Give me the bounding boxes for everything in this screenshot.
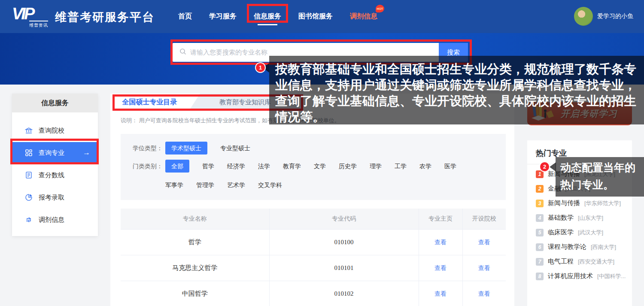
filter-chip-经济学[interactable]: 经济学	[227, 160, 245, 173]
filter-label: 学位类型：	[133, 142, 165, 155]
filter-chip-农学[interactable]: 农学	[419, 160, 431, 173]
rank-badge: 2	[536, 185, 544, 193]
view-link[interactable]: 查看	[434, 239, 447, 245]
sidebar-item-label: 查询院校	[39, 127, 64, 135]
filter-chip-理学[interactable]: 理学	[370, 160, 382, 173]
hot-major-item[interactable]: 5临床医学[武汉大学]	[536, 228, 632, 236]
filter-chip-军事学[interactable]: 军事学	[165, 179, 183, 191]
nav-menu: 首页学习服务信息服务图书馆服务调剂信息HOT	[178, 0, 377, 33]
filter-chip-学术型硕士[interactable]: 学术型硕士	[165, 142, 207, 155]
hot-major-item[interactable]: 4基础数学[山东大学]	[536, 214, 632, 222]
filter-chip-管理学[interactable]: 管理学	[196, 179, 214, 191]
filter-chip-文学[interactable]: 文学	[314, 160, 326, 173]
nav-item-图书馆服务[interactable]: 图书馆服务	[298, 12, 333, 21]
note-label: 说明：	[121, 117, 137, 124]
hot-major-item[interactable]: 8计算机应用技术[中国科学...	[536, 272, 632, 280]
sidebar-title: 信息服务	[12, 94, 98, 112]
hot-major-school: [西南大学]	[591, 243, 616, 251]
site-title: 维普考研服务平台	[55, 9, 155, 25]
column-header: 专业名称	[121, 209, 269, 229]
hot-flame-icon: HOT	[376, 5, 384, 12]
user-account[interactable]: 爱学习的小鱼	[574, 7, 633, 26]
arrow-right-icon: →	[83, 148, 90, 157]
hot-major-school: [武汉大学]	[578, 229, 603, 236]
table-head: 专业名称专业代码专业主页开设院校	[121, 209, 506, 229]
hot-major-name: 新闻与传播	[548, 199, 580, 207]
filter-options: 全部哲学经济学法学教育学文学历史学理学工学农学医学军事学管理学艺术学交叉学科	[165, 160, 470, 191]
rank-badge: 4	[536, 214, 544, 222]
major-home-cell: 查看	[419, 281, 462, 306]
major-code-cell: 010101	[269, 255, 419, 281]
vip-logo-icon: VIP 维普资讯	[12, 4, 49, 28]
sidebar-item-查询专业[interactable]: 查询专业→	[12, 142, 98, 164]
avatar[interactable]	[574, 7, 593, 26]
annotation-number-2: 2	[539, 161, 550, 172]
major-code-cell: 010102	[269, 281, 419, 306]
schools-cell: 查看	[462, 281, 506, 306]
sidebar-item-查询院校[interactable]: 查询院校	[12, 119, 98, 142]
filter-label: 门类类别：	[133, 160, 165, 191]
major-name-cell: 哲学	[121, 229, 269, 255]
column-header: 开设院校	[462, 209, 506, 229]
table-row: 马克思主义哲学010101查看查看	[121, 255, 506, 281]
tab-全国硕士专业目录[interactable]: 全国硕士专业目录	[110, 94, 189, 111]
site-logo[interactable]: VIP 维普资讯 维普考研服务平台	[12, 4, 155, 28]
view-link[interactable]: 查看	[478, 290, 490, 297]
nav-item-首页[interactable]: 首页	[178, 12, 192, 21]
grid-icon	[25, 149, 33, 157]
sidebar-item-label: 查询专业	[39, 149, 64, 157]
filter-chip-哲学[interactable]: 哲学	[202, 160, 214, 173]
sidebar-item-调剂信息[interactable]: 调剂信息	[12, 209, 98, 231]
annotation-number-1: 1	[255, 62, 266, 73]
nav-item-调剂信息[interactable]: 调剂信息HOT	[350, 12, 377, 21]
table-row: 哲学010100查看查看	[121, 229, 506, 255]
filter-chip-专业型硕士[interactable]: 专业型硕士	[220, 142, 250, 155]
filter-chip-教育学[interactable]: 教育学	[283, 160, 301, 173]
view-link[interactable]: 查看	[478, 264, 490, 271]
hot-major-school: [中国科学...	[597, 273, 626, 280]
hot-major-item[interactable]: 6课程与教学论[西南大学]	[536, 243, 632, 251]
school-icon	[25, 127, 33, 134]
view-link[interactable]: 查看	[434, 290, 447, 297]
rank-badge: 5	[536, 229, 544, 236]
hot-major-name: 临床医学	[548, 228, 574, 236]
tooltip-arrow-icon	[550, 162, 556, 172]
hot-major-item[interactable]: 7电气工程[西安交通大学]	[536, 258, 632, 266]
sidebar-list: 查询院校查询专业→查分数线报考录取调剂信息	[12, 112, 98, 231]
annotation-tooltip-2: 动态配置当年的热门专业。	[556, 157, 644, 197]
hot-major-name: 计算机应用技术	[548, 272, 593, 280]
filter-chip-法学[interactable]: 法学	[258, 160, 270, 173]
hot-major-school: [华东师范大学]	[584, 200, 621, 207]
active-tab-underline	[258, 24, 277, 25]
left-sidebar: 信息服务 查询院校查询专业→查分数线报考录取调剂信息	[12, 94, 98, 236]
filter-row: 学位类型：学术型硕士专业型硕士	[133, 142, 506, 155]
username: 爱学习的小鱼	[597, 12, 633, 20]
filter-chip-全部[interactable]: 全部	[165, 160, 189, 173]
filter-chip-工学[interactable]: 工学	[395, 160, 407, 173]
filter-chip-艺术学[interactable]: 艺术学	[227, 179, 245, 191]
view-link[interactable]: 查看	[434, 264, 447, 271]
sidebar-item-label: 报考录取	[39, 194, 64, 202]
hot-major-name: 基础数学	[548, 214, 574, 222]
search-icon	[179, 48, 186, 57]
swap-icon	[25, 216, 33, 224]
filter-chip-医学[interactable]: 医学	[444, 160, 456, 173]
annotation-tooltip-1: 按教育部基础专业和全国硕士招生专业分类，规范梳理了数千条专业信息，支持用户通过关…	[269, 56, 644, 124]
sidebar-item-查分数线[interactable]: 查分数线	[12, 164, 98, 186]
filter-chip-历史学[interactable]: 历史学	[339, 160, 357, 173]
search-placeholder: 请输入您要搜索的专业名称	[190, 48, 267, 57]
column-header: 专业代码	[269, 209, 419, 229]
main-panel: 全国硕士专业目录教育部专业知识库 说明： 用户可查询各院校当年硕士招生专业的考试…	[110, 94, 514, 306]
filter-row: 门类类别：全部哲学经济学法学教育学文学历史学理学工学农学医学军事学管理学艺术学交…	[133, 160, 506, 191]
majors-table: 专业名称专业代码专业主页开设院校 哲学010100查看查看马克思主义哲学0101…	[121, 209, 506, 306]
hot-major-item[interactable]: 3新闻与传播[华东师范大学]	[536, 199, 632, 207]
column-header: 专业主页	[419, 209, 462, 229]
view-link[interactable]: 查看	[478, 239, 490, 245]
hot-major-school: [山东大学]	[578, 214, 603, 222]
filter-chip-交叉学科[interactable]: 交叉学科	[258, 179, 282, 191]
nav-item-学习服务[interactable]: 学习服务	[209, 12, 237, 21]
sidebar-item-报考录取[interactable]: 报考录取	[12, 186, 98, 209]
nav-item-信息服务[interactable]: 信息服务	[254, 12, 281, 21]
major-home-cell: 查看	[419, 255, 462, 281]
filter-panel: 学位类型：学术型硕士专业型硕士门类类别：全部哲学经济学法学教育学文学历史学理学工…	[121, 134, 506, 200]
